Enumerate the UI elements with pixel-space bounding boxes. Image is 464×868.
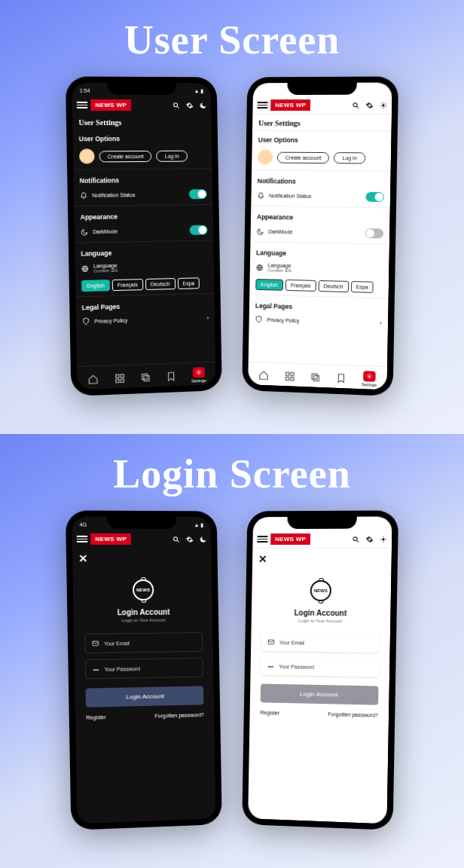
nav-settings[interactable]: Settings [362, 371, 377, 387]
search-icon[interactable] [172, 102, 180, 109]
brand-badge: NEWS WP [270, 99, 310, 111]
hamburger-icon[interactable] [257, 102, 267, 108]
chevron-right-icon: › [207, 314, 209, 321]
app-bar: NEWS WP [252, 530, 392, 549]
news-logo: NEWS [310, 580, 332, 601]
sun-icon[interactable] [380, 535, 387, 542]
svg-line-30 [177, 540, 179, 542]
svg-line-19 [381, 106, 382, 107]
news-logo: NEWS [133, 579, 154, 601]
darkmode-toggle[interactable] [365, 228, 383, 239]
status-icons: ▲ ▮ [194, 88, 203, 94]
email-field[interactable]: Your Email [261, 633, 380, 653]
notifications-header: Notifications [252, 172, 391, 188]
register-link[interactable]: Register [260, 710, 279, 716]
login-title: Login Account [294, 609, 346, 618]
gear-icon[interactable] [186, 102, 194, 109]
moon-small-icon [81, 228, 88, 236]
moon-small-icon [257, 228, 264, 235]
login-title: Login Account [118, 608, 170, 617]
nav-copy[interactable] [139, 371, 151, 383]
svg-point-32 [353, 536, 357, 540]
moon-icon[interactable] [200, 536, 207, 543]
create-account-button[interactable]: Create account [99, 150, 151, 161]
svg-line-11 [357, 106, 359, 108]
nav-home[interactable] [87, 374, 100, 385]
svg-rect-25 [290, 377, 293, 380]
darkmode-label: DarkMode [93, 229, 118, 235]
lang-chip-english[interactable]: English [81, 280, 110, 292]
lang-chip-deutsch[interactable]: Deutsch [145, 278, 176, 290]
email-field[interactable]: Your Email [84, 632, 203, 653]
lang-chip-francais[interactable]: Français [112, 279, 143, 291]
language-current: Current: EN [267, 267, 292, 273]
signal: 4G [80, 522, 87, 527]
gear-icon[interactable] [186, 536, 194, 543]
svg-rect-7 [144, 375, 149, 381]
shield-icon [82, 317, 90, 325]
status-icons: ▲ ▮ [194, 522, 203, 528]
page-title: User Settings [252, 115, 392, 131]
forgot-password-link[interactable]: Forgotten password? [328, 711, 378, 718]
nav-settings-label: Settings [362, 382, 377, 387]
password-field[interactable]: ••• Your Password [85, 658, 203, 680]
create-account-button[interactable]: Create account [277, 151, 330, 163]
avatar [258, 150, 273, 165]
gear-icon[interactable] [365, 101, 373, 108]
privacy-row[interactable]: Privacy Policy › [76, 310, 215, 329]
password-icon: ••• [267, 662, 274, 670]
svg-line-20 [385, 102, 386, 103]
hamburger-icon[interactable] [257, 536, 267, 542]
chevron-right-icon: › [380, 319, 382, 326]
svg-rect-23 [291, 372, 294, 375]
close-icon[interactable]: ✕ [72, 548, 212, 569]
login-button[interactable]: Log in [157, 150, 188, 161]
nav-bookmark[interactable] [166, 371, 178, 382]
sun-icon[interactable] [380, 101, 387, 108]
darkmode-toggle[interactable] [190, 225, 208, 235]
svg-rect-22 [285, 372, 288, 375]
svg-rect-8 [142, 374, 148, 379]
login-button[interactable]: Log in [334, 152, 365, 164]
app-bar: NEWS WP [252, 96, 392, 115]
search-icon[interactable] [352, 101, 359, 108]
lang-chip-francais[interactable]: Français [285, 280, 316, 292]
svg-point-34 [382, 538, 384, 540]
search-icon[interactable] [172, 536, 180, 543]
nav-settings[interactable]: Settings [191, 367, 206, 384]
svg-rect-31 [93, 641, 99, 646]
moon-icon[interactable] [200, 102, 207, 109]
close-icon[interactable]: ✕ [252, 549, 392, 570]
forgot-password-link[interactable]: Forgotten password? [154, 712, 203, 719]
notification-toggle[interactable] [189, 189, 207, 199]
nav-grid[interactable] [283, 371, 295, 382]
lang-chip-espanol[interactable]: Espa [177, 277, 200, 289]
nav-copy[interactable] [310, 371, 322, 383]
brand-badge: NEWS WP [270, 533, 310, 545]
login-submit-button[interactable]: Login Account [261, 683, 379, 704]
search-icon[interactable] [352, 535, 359, 542]
hamburger-icon[interactable] [77, 102, 87, 108]
password-field[interactable]: ••• Your Password [261, 657, 379, 677]
nav-grid[interactable] [114, 372, 126, 384]
app-bar: NEWS WP [72, 530, 212, 548]
light-login-phone: NEWS WP ✕ NEWS Login Account Login to Yo… [242, 510, 398, 830]
gear-icon[interactable] [365, 535, 373, 542]
lang-chip-english[interactable]: English [255, 279, 283, 291]
lang-chip-deutsch[interactable]: Deutsch [318, 280, 348, 292]
notifications-header: Notifications [73, 170, 212, 187]
svg-point-12 [382, 104, 384, 106]
notification-toggle[interactable] [365, 192, 384, 202]
nav-bookmark[interactable] [335, 372, 347, 384]
page-title: User Settings [72, 114, 212, 130]
lang-chip-espanol[interactable]: Espa [350, 281, 374, 293]
privacy-row[interactable]: Privacy Policy › [249, 311, 389, 330]
register-link[interactable]: Register [86, 714, 106, 720]
email-placeholder: Your Email [279, 640, 305, 645]
svg-point-9 [198, 371, 200, 373]
section-heading: Login Screen [0, 434, 464, 497]
nav-home[interactable] [258, 370, 270, 381]
login-submit-button[interactable]: Login Account [86, 686, 204, 707]
status-bar: 1:54 ▲ ▮ [72, 83, 211, 97]
hamburger-icon[interactable] [77, 536, 87, 542]
